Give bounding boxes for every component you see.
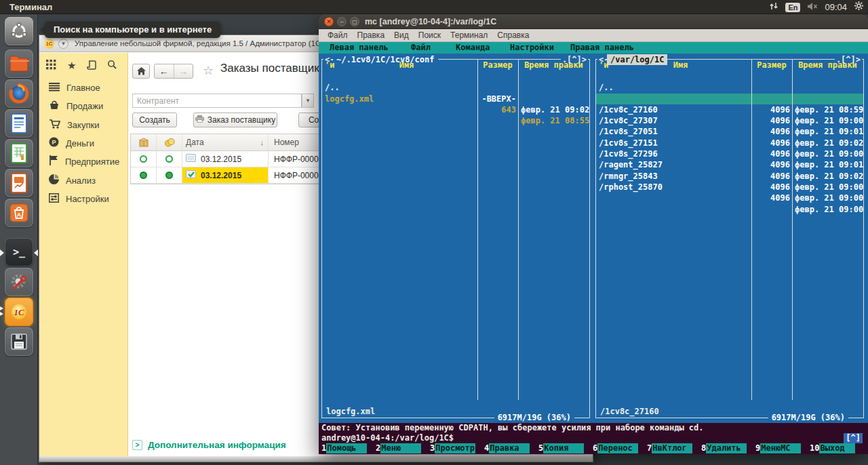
- sidebar-item-label: Настройки: [66, 194, 109, 204]
- launcher-item-1c[interactable]: 1С: [5, 298, 33, 326]
- favorite-star-toggle[interactable]: ☆: [203, 63, 214, 78]
- mc-left-panel[interactable]: <- ~/.1cv8/1C/1cv8/conf .[^]> 'и Имя Раз…: [321, 59, 590, 418]
- create-button[interactable]: Создать: [132, 113, 177, 127]
- fkey-mkdir[interactable]: 7НвКтлог: [647, 443, 701, 453]
- supplier-order-button[interactable]: Заказ поставщику: [193, 113, 277, 127]
- settings-sliders-icon: [49, 193, 59, 205]
- file-row[interactable]: /1cv8s_27296 4096 февр. 21 09:02: [596, 138, 863, 148]
- file-row[interactable]: /.. -ВВЕРХ- февр. 21 09:02: [322, 71, 589, 82]
- mc-function-keybar: 1Помощь 2Меню 3Просмотр 4Правка 5Копия 6…: [319, 443, 868, 454]
- 1c-sidebar: ★ Главное Продажи Закупки Р: [39, 53, 128, 456]
- keyboard-layout-indicator[interactable]: En: [785, 3, 800, 12]
- launcher-item-files[interactable]: [5, 49, 33, 78]
- fkey-menu[interactable]: 2Меню: [376, 443, 430, 453]
- favorites-star-icon[interactable]: ★: [67, 59, 76, 73]
- mc-menu-file[interactable]: Файл: [411, 42, 431, 54]
- right-panel-header[interactable]: 'и Имя Размер Время правки: [596, 60, 863, 71]
- file-row[interactable]: logcfg.xml 643 февр. 21 08:55: [322, 82, 589, 93]
- column-mtime[interactable]: Время правки: [792, 60, 863, 71]
- close-button[interactable]: ✕: [324, 17, 334, 26]
- fkey-move[interactable]: 6Перенос: [593, 443, 647, 453]
- mc-menu-options[interactable]: Настройки: [510, 42, 554, 54]
- fkey-delete[interactable]: 8Удалить: [701, 443, 755, 453]
- column-name[interactable]: Имя: [336, 60, 477, 71]
- launcher-item-software-center[interactable]: A: [5, 199, 33, 227]
- date-column-header[interactable]: Дата ↓: [182, 134, 269, 150]
- fkey-copy[interactable]: 5Копия: [538, 443, 593, 453]
- dash-tooltip-label: Поиск на компьютере и в интернете: [54, 24, 212, 35]
- menu-help[interactable]: Справка: [492, 31, 534, 40]
- mc-menu-right-panel[interactable]: Правая панель: [570, 42, 634, 54]
- terminal-titlebar[interactable]: ✕ – ▢ mc [andrey@10-04-4]:/var/log/1C: [319, 14, 868, 29]
- menu-terminal[interactable]: Терминал: [446, 31, 492, 40]
- main-menu-dropdown[interactable]: ▼: [58, 39, 68, 49]
- page-title: Заказы поставщик: [220, 62, 319, 75]
- menu-view[interactable]: Вид: [389, 31, 414, 40]
- launcher-item-calc[interactable]: [5, 139, 33, 167]
- column-size[interactable]: Размер: [751, 60, 792, 71]
- document-posted-icon: [186, 170, 196, 180]
- sidebar-item-enterprise[interactable]: Предприятие: [49, 154, 119, 169]
- launcher-item-terminal[interactable]: >_: [5, 238, 33, 266]
- counterparty-filter-input[interactable]: [132, 94, 302, 108]
- file-row[interactable]: /rmngr_25843 4096 февр. 21 09:00: [596, 159, 863, 170]
- selected-cell[interactable]: 03.12.2015: [182, 167, 269, 183]
- sidebar-item-money[interactable]: Р Деньги: [49, 136, 94, 150]
- file-row-selected[interactable]: /1cv8c_27160 4096 февр. 21 09:01: [596, 94, 863, 104]
- search-icon[interactable]: [107, 60, 117, 72]
- left-panel-header[interactable]: 'и Имя Размер Время правки: [322, 60, 589, 71]
- home-button[interactable]: [132, 64, 150, 79]
- maximize-button[interactable]: ▢: [350, 17, 359, 26]
- network-icon[interactable]: [769, 1, 778, 14]
- additional-info-link[interactable]: > Дополнительная информация: [132, 440, 286, 450]
- column-name[interactable]: Имя: [610, 60, 751, 71]
- file-row[interactable]: /.. -ВВЕРХ- февр. 21 08:59: [596, 71, 863, 82]
- unity-launcher: A >_ 1С: [0, 14, 38, 465]
- menu-edit[interactable]: Правка: [353, 31, 390, 40]
- launcher-item-system-settings[interactable]: [5, 268, 33, 296]
- file-row[interactable]: /1cv8c_27307 4096 февр. 21 09:02: [596, 104, 863, 115]
- fkey-pulldn[interactable]: 9МенюМС: [755, 443, 810, 453]
- clock[interactable]: 09:04: [825, 2, 847, 12]
- menu-file[interactable]: Файл: [323, 31, 353, 40]
- history-scroll-icon[interactable]: [87, 60, 96, 73]
- session-gear-icon[interactable]: [854, 1, 864, 14]
- file-row[interactable]: /1cv8s_27051 4096 февр. 21 09:00: [596, 115, 863, 126]
- file-row[interactable]: /1cv8c_27063 4096 февр. 21 09:00: [596, 82, 863, 93]
- column-mtime[interactable]: Время правки: [518, 60, 589, 71]
- fkey-help[interactable]: 1Помощь: [321, 443, 376, 453]
- launcher-item-impress[interactable]: [5, 169, 33, 197]
- dash-button[interactable]: [5, 17, 33, 45]
- sidebar-item-purchases[interactable]: Закупки: [49, 117, 99, 132]
- launcher-item-firefox[interactable]: [5, 79, 33, 108]
- shell-prompt[interactable]: andrey@10-04-4:/var/log/1C$: [321, 433, 454, 443]
- scroll-up-indicator[interactable]: [^]: [844, 433, 863, 443]
- minimize-button[interactable]: –: [337, 17, 347, 26]
- menu-search[interactable]: Поиск: [414, 31, 446, 40]
- sidebar-item-sales[interactable]: Продажи: [49, 98, 103, 113]
- filter-dropdown-button[interactable]: ▼: [302, 94, 314, 108]
- column-size[interactable]: Размер: [477, 60, 518, 71]
- mc-menu-command[interactable]: Команда: [456, 42, 490, 54]
- sections-grid-icon[interactable]: [46, 60, 56, 73]
- mc-menu-left-panel[interactable]: Левая панель: [330, 42, 389, 54]
- file-row[interactable]: /1cv8s_27151 4096 февр. 21 09:01: [596, 126, 863, 137]
- volume-muted-icon[interactable]: [807, 1, 818, 14]
- back-button[interactable]: ←: [155, 64, 174, 78]
- expand-chevron-icon[interactable]: >: [132, 440, 142, 450]
- 1c-app-icon: 1С: [44, 39, 54, 49]
- file-row[interactable]: /rphost_25870 4096 февр. 21 09:00: [596, 171, 863, 182]
- sidebar-item-analysis[interactable]: Анализ: [49, 173, 96, 188]
- sidebar-item-settings[interactable]: Настройки: [49, 191, 109, 206]
- file-row[interactable]: /ragent_25827 4096 февр. 21 09:00: [596, 148, 863, 159]
- sidebar-item-main[interactable]: Главное: [49, 80, 100, 95]
- fkey-quit[interactable]: 10Выход: [810, 443, 864, 453]
- forward-button[interactable]: →: [174, 64, 193, 78]
- launcher-item-backup[interactable]: [5, 327, 33, 356]
- shell-prompt-line[interactable]: andrey@10-04-4:/var/log/1C$ [^]: [319, 433, 868, 443]
- fkey-edit[interactable]: 4Правка: [484, 443, 538, 453]
- dash-tooltip: Поиск на компьютере и в интернете: [45, 22, 220, 38]
- fkey-view[interactable]: 3Просмотр: [430, 443, 484, 453]
- mc-right-panel[interactable]: <- /var/log/1C .[^]> 'и Имя Размер Время…: [595, 59, 864, 418]
- launcher-item-writer[interactable]: [5, 109, 33, 138]
